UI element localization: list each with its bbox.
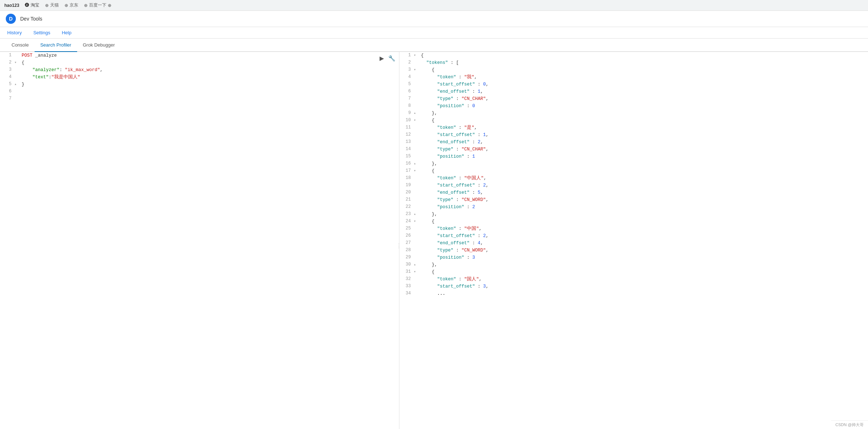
result-line-5: 5 "start_offset" : 0,: [399, 81, 868, 88]
tab-console[interactable]: Console: [6, 39, 35, 52]
result-line-23: 23 ▴ },: [399, 211, 868, 218]
devtools-title: Dev Tools: [20, 16, 42, 22]
result-line-13: 13 "end_offset" : 2,: [399, 139, 868, 146]
result-line-7: 7 "type" : "CN_CHAR",: [399, 95, 868, 102]
editor-panel: ▶ 🔧 1 POST _analyze 2 ▾ { 3 "analyzer": …: [0, 52, 399, 429]
result-line-10: 10 ▾ {: [399, 117, 868, 124]
result-line-15: 15 "position" : 1: [399, 153, 868, 160]
avatar: D: [6, 14, 16, 24]
editor-line-2: 2 ▾ {: [0, 59, 399, 66]
code-editor[interactable]: 1 POST _analyze 2 ▾ { 3 "analyzer": "ik_…: [0, 52, 399, 429]
results-panel[interactable]: 1 ▾ { 2 "tokens" : [ 3 ▾ { 4 "token" : "…: [399, 52, 868, 429]
result-line-32: 32 "token" : "国人",: [399, 276, 868, 283]
result-line-34: 34 ...: [399, 290, 868, 297]
editor-line-4: 4 "text":"我是中国人": [0, 74, 399, 81]
nav-tmall[interactable]: ⊕ 天猫: [45, 2, 59, 8]
tab-grok-debugger[interactable]: Grok Debugger: [77, 39, 121, 52]
result-line-21: 21 "type" : "CN_WORD",: [399, 196, 868, 203]
result-line-31: 31 ▾ {: [399, 268, 868, 276]
result-line-6: 6 "end_offset" : 1,: [399, 88, 868, 95]
run-button[interactable]: ▶: [379, 54, 385, 62]
bottom-bar-text: CSDN @帅大哥: [836, 423, 864, 427]
result-line-27: 27 "end_offset" : 4,: [399, 240, 868, 247]
tab-search-profiler[interactable]: Search Profiler: [35, 39, 77, 52]
result-line-19: 19 "start_offset" : 2,: [399, 182, 868, 189]
nav-taobao[interactable]: 🅐 淘宝: [25, 2, 39, 8]
result-line-30: 30 ▴ },: [399, 261, 868, 268]
editor-line-7: 7: [0, 95, 399, 102]
nav-settings[interactable]: Settings: [32, 27, 52, 38]
devtools-header: D Dev Tools: [0, 11, 868, 27]
panel-divider[interactable]: ⋮: [398, 52, 399, 429]
result-line-25: 25 "token" : "中国",: [399, 225, 868, 232]
result-line-12: 12 "start_offset" : 1,: [399, 131, 868, 139]
editor-toolbar: ▶ 🔧: [379, 54, 396, 62]
nav-history[interactable]: History: [6, 27, 23, 38]
result-line-16: 16 ▴ },: [399, 160, 868, 167]
result-line-3: 3 ▾ {: [399, 66, 868, 74]
main-content: ▶ 🔧 1 POST _analyze 2 ▾ { 3 "analyzer": …: [0, 52, 868, 429]
editor-line-5: 5 ▴ }: [0, 81, 399, 88]
result-line-8: 8 "position" : 0: [399, 102, 868, 110]
result-line-28: 28 "type" : "CN_WORD",: [399, 247, 868, 254]
nav-jd[interactable]: ⊕ 京东: [65, 2, 78, 8]
bottom-bar: CSDN @帅大哥: [831, 420, 868, 429]
site-name: hao123: [4, 3, 19, 8]
result-line-1: 1 ▾ {: [399, 52, 868, 59]
tabs-bar: Console Search Profiler Grok Debugger: [0, 39, 868, 52]
settings-button[interactable]: 🔧: [388, 54, 396, 62]
result-line-22: 22 "position" : 2: [399, 203, 868, 211]
result-line-18: 18 "token" : "中国人",: [399, 175, 868, 182]
editor-line-1: 1 POST _analyze: [0, 52, 399, 59]
result-line-26: 26 "start_offset" : 2,: [399, 232, 868, 240]
result-line-4: 4 "token" : "我",: [399, 74, 868, 81]
result-line-2: 2 "tokens" : [: [399, 59, 868, 66]
result-line-29: 29 "position" : 3: [399, 254, 868, 261]
result-line-24: 24 ▾ {: [399, 218, 868, 225]
editor-line-6: 6: [0, 88, 399, 95]
result-line-9: 9 ▴ },: [399, 110, 868, 117]
nav-help[interactable]: Help: [60, 27, 73, 38]
nav-baidu[interactable]: ⊕ 百度一下 ⊕: [84, 2, 111, 8]
result-line-33: 33 "start_offset" : 3,: [399, 283, 868, 290]
result-line-20: 20 "end_offset" : 5,: [399, 189, 868, 196]
result-line-14: 14 "type" : "CN_CHAR",: [399, 146, 868, 153]
editor-line-3: 3 "analyzer": "ik_max_word",: [0, 66, 399, 74]
browser-bar: hao123 🅐 淘宝 ⊕ 天猫 ⊕ 京东 ⊕ 百度一下 ⊕: [0, 0, 868, 11]
top-nav: History Settings Help: [0, 27, 868, 39]
result-line-11: 11 "token" : "是",: [399, 124, 868, 131]
result-line-17: 17 ▾ {: [399, 167, 868, 175]
